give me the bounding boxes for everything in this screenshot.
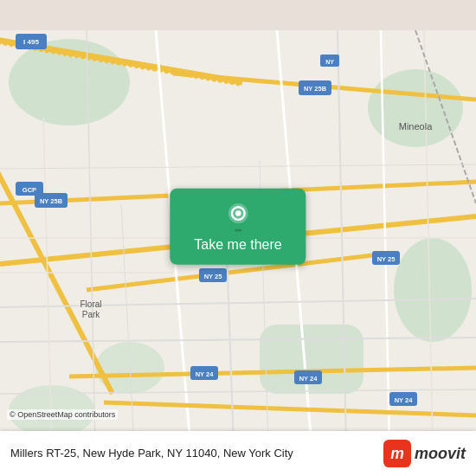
svg-text:Mineola: Mineola [399,121,433,132]
svg-text:Park: Park [82,310,101,319]
take-me-there-button[interactable]: Take me there [170,189,306,265]
svg-text:NY 25B: NY 25B [40,197,63,205]
svg-point-58 [235,210,241,216]
attribution-text: © OpenStreetMap contributors [10,410,115,419]
svg-text:NY 24: NY 24 [196,370,215,378]
svg-text:NY 25B: NY 25B [304,85,327,93]
svg-text:Floral: Floral [80,299,101,309]
svg-text:NY 24: NY 24 [299,375,318,383]
moovit-logo: m moovit [383,440,466,467]
moovit-brand-text: moovit [415,445,466,463]
info-bar: Millers RT-25, New Hyde Park, NY 11040, … [0,431,476,476]
svg-text:GCP: GCP [23,186,36,194]
map-attribution: © OpenStreetMap contributors [7,409,118,420]
svg-text:NY 25: NY 25 [377,255,396,263]
svg-point-3 [394,238,472,342]
moovit-icon: m [383,440,411,467]
location-name: Millers RT-25, New Hyde Park, NY 11040, … [10,446,383,461]
svg-text:NY: NY [325,59,334,65]
svg-text:NY 25: NY 25 [204,273,222,280]
svg-point-59 [235,229,241,232]
svg-text:NY 24: NY 24 [395,396,414,404]
info-text-block: Millers RT-25, New Hyde Park, NY 11040, … [10,446,383,461]
location-pin-icon [222,201,254,232]
svg-text:I 495: I 495 [23,38,39,46]
take-me-there-label: Take me there [194,237,281,253]
svg-text:m: m [390,445,404,462]
map-container: I 495 NY 25B NY 25B NY 25 NY 25 GCP NY 2… [0,0,476,476]
